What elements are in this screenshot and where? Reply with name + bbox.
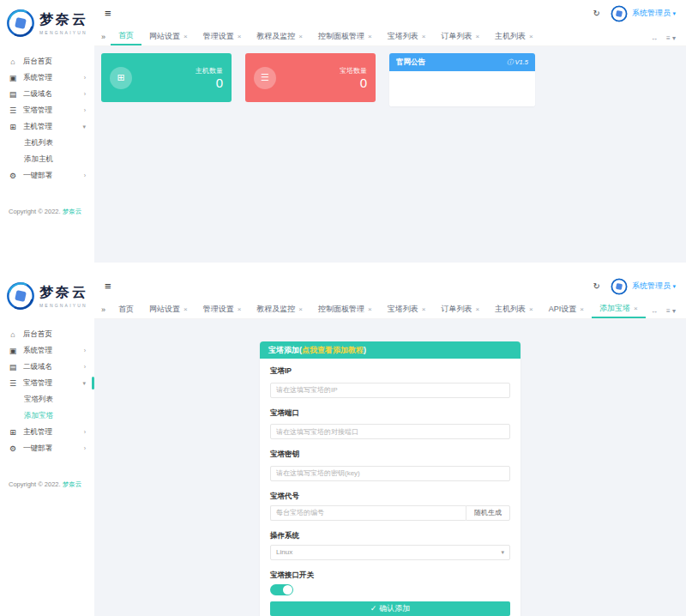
- sidebar-item-subdomain[interactable]: ▤二级域名›: [0, 86, 94, 102]
- tabs-menu-icon[interactable]: ≡ ▾: [666, 307, 676, 315]
- tab-panel-management[interactable]: 控制面板管理×: [310, 299, 380, 318]
- close-icon[interactable]: ×: [634, 305, 638, 312]
- close-icon[interactable]: ×: [238, 33, 242, 40]
- bt-key-input[interactable]: [270, 466, 510, 481]
- random-generate-button[interactable]: 随机生成: [466, 505, 510, 521]
- sidebar-item-host[interactable]: ⊞主机管理▾: [0, 118, 94, 135]
- menu-toggle-icon[interactable]: ≡: [105, 280, 111, 293]
- close-icon[interactable]: ×: [422, 305, 426, 313]
- copyright-brand[interactable]: 梦奈云: [63, 480, 82, 488]
- tab-order-list[interactable]: 订单列表×: [433, 27, 487, 45]
- close-icon[interactable]: ×: [475, 305, 479, 313]
- sidebar-item-add-bt[interactable]: 添加宝塔: [0, 408, 94, 424]
- tab-panel-management[interactable]: 控制面板管理×: [310, 27, 380, 45]
- refresh-icon[interactable]: ↻: [593, 9, 600, 18]
- tab-api-settings[interactable]: API设置×: [541, 299, 592, 318]
- tabs-collapse-icon[interactable]: »: [101, 33, 111, 45]
- bt-ip-input[interactable]: [270, 383, 510, 398]
- avatar[interactable]: [611, 5, 628, 22]
- close-icon[interactable]: ×: [238, 305, 242, 313]
- bt-code-field: 宝塔代号 随机生成: [270, 492, 510, 521]
- tab-website-settings[interactable]: 网站设置×: [141, 27, 196, 45]
- avatar[interactable]: [611, 278, 628, 295]
- tab-bt-list[interactable]: 宝塔列表×: [380, 27, 434, 45]
- close-icon[interactable]: ×: [475, 33, 479, 40]
- tabs-menu-glyph: ≡: [666, 307, 671, 315]
- sidebar-item-bt[interactable]: ☰宝塔管理›: [0, 102, 94, 118]
- tab-label: 宝塔列表: [388, 31, 418, 42]
- caret-down-icon: ▾: [672, 10, 676, 16]
- refresh-icon[interactable]: ↻: [593, 281, 600, 291]
- tab-website-settings[interactable]: 网站设置×: [141, 299, 196, 318]
- sidebar-item-deploy[interactable]: ⚙一键部署›: [0, 440, 94, 456]
- api-switch-toggle[interactable]: [270, 584, 293, 595]
- tab-label: 教程及监控: [256, 31, 295, 42]
- sidebar-item-system[interactable]: ▣系统管理›: [0, 342, 94, 359]
- tab-tutorial-monitor[interactable]: 教程及监控×: [249, 27, 310, 45]
- tabs-menu-glyph: ≡: [666, 34, 671, 42]
- close-icon[interactable]: ×: [580, 305, 584, 313]
- tabs-nav-icon[interactable]: ↔: [651, 34, 658, 42]
- chevron-down-icon: ▾: [82, 380, 86, 387]
- close-icon[interactable]: ×: [368, 305, 372, 313]
- user-menu[interactable]: 系统管理员 ▾: [632, 281, 676, 292]
- sidebar-item-bt[interactable]: ☰宝塔管理▾: [0, 375, 94, 391]
- sidebar-item-deploy[interactable]: ⚙一键部署›: [0, 167, 94, 184]
- sidebar-item-add-host[interactable]: 添加主机: [0, 151, 94, 167]
- field-label: 宝塔IP: [270, 366, 510, 377]
- close-icon[interactable]: ×: [184, 33, 188, 40]
- menu-toggle-icon[interactable]: ≡: [105, 7, 111, 20]
- tabs-collapse-icon[interactable]: »: [101, 305, 111, 318]
- os-select[interactable]: Linux ▾: [270, 545, 510, 560]
- form-title-end: ): [364, 346, 366, 354]
- chevron-down-icon: ▾: [501, 549, 504, 556]
- chevron-right-icon: ›: [84, 172, 86, 178]
- tab-tutorial-monitor[interactable]: 教程及监控×: [249, 299, 310, 318]
- chevron-right-icon: ›: [84, 445, 86, 451]
- header-right: ≡ ↻ 系统管理员 ▾ » 首页 网站设置× 管理设置× 教程及监控×: [94, 273, 686, 319]
- bt-code-input[interactable]: [270, 505, 466, 521]
- host-count-card: ⊞ 主机数量 0: [101, 53, 232, 102]
- add-bt-body: ⌂后台首页 ▣系统管理› ▤二级域名› ☰宝塔管理▾ 宝塔列表 添加宝塔 ⊞主机…: [0, 319, 686, 616]
- close-icon[interactable]: ×: [368, 33, 372, 40]
- add-tutorial-link[interactable]: 点我查看添加教程: [302, 345, 364, 356]
- tab-bt-list[interactable]: 宝塔列表×: [380, 299, 434, 318]
- tab-home[interactable]: 首页: [111, 27, 141, 45]
- sidebar-item-bt-list[interactable]: 宝塔列表: [0, 391, 94, 408]
- domain-icon: ▤: [9, 90, 17, 99]
- close-icon[interactable]: ×: [298, 33, 303, 40]
- chevron-right-icon: ›: [84, 107, 86, 113]
- user-menu[interactable]: 系统管理员 ▾: [632, 8, 676, 19]
- tabs-menu-icon[interactable]: ≡ ▾: [666, 34, 676, 42]
- tab-home[interactable]: 首页: [111, 299, 141, 318]
- user-name: 系统管理员: [632, 281, 671, 290]
- confirm-add-button[interactable]: ✓确认添加: [270, 601, 510, 616]
- close-icon[interactable]: ×: [529, 33, 533, 40]
- tab-order-list[interactable]: 订单列表×: [433, 299, 487, 318]
- tab-admin-settings[interactable]: 管理设置×: [196, 27, 250, 45]
- sidebar-item-subdomain[interactable]: ▤二级域名›: [0, 359, 94, 375]
- sidebar-item-dashboard[interactable]: ⌂后台首页: [0, 326, 94, 342]
- brand-logo[interactable]: 梦奈云 MENGNAIYUN: [0, 0, 94, 46]
- sidebar-item-host-list[interactable]: 主机列表: [0, 135, 94, 151]
- sidebar-item-dashboard[interactable]: ⌂后台首页: [0, 53, 94, 69]
- tab-admin-settings[interactable]: 管理设置×: [196, 299, 250, 318]
- brand-logo[interactable]: 梦奈云 MENGNAIYUN: [0, 273, 94, 319]
- close-icon[interactable]: ×: [529, 305, 533, 313]
- close-icon[interactable]: ×: [422, 33, 426, 40]
- sidebar-item-system[interactable]: ▣系统管理›: [0, 69, 94, 86]
- tab-add-bt[interactable]: 添加宝塔×: [592, 299, 646, 318]
- copyright: Copyright © 2022. 梦奈云: [0, 480, 94, 489]
- tabs-nav-icon[interactable]: ↔: [651, 307, 658, 315]
- home-icon: ⌂: [9, 57, 17, 66]
- sidebar-item-host[interactable]: ⊞主机管理›: [0, 424, 94, 440]
- bt-port-input[interactable]: [270, 424, 510, 439]
- os-selected-value: Linux: [276, 548, 292, 556]
- copyright-brand[interactable]: 梦奈云: [63, 208, 82, 215]
- tab-host-list[interactable]: 主机列表×: [487, 27, 541, 45]
- tab-label: 宝塔列表: [388, 304, 418, 315]
- close-icon[interactable]: ×: [298, 305, 303, 313]
- close-icon[interactable]: ×: [184, 305, 188, 313]
- field-label: 宝塔代号: [270, 492, 510, 502]
- tab-host-list[interactable]: 主机列表×: [487, 299, 541, 318]
